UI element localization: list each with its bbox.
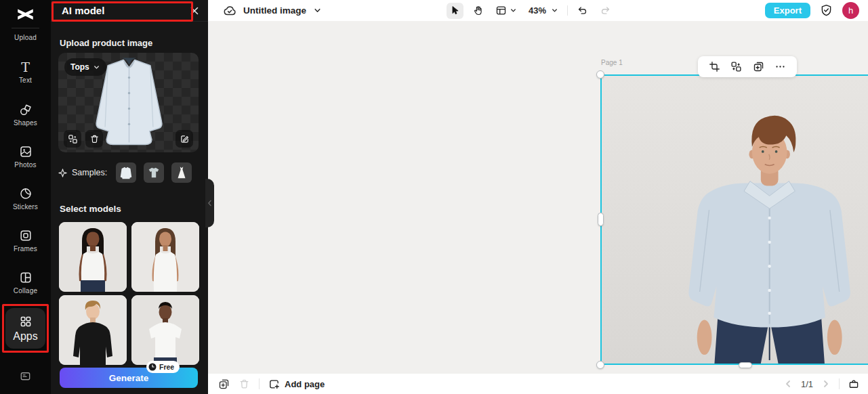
add-page-button[interactable]: Add page — [268, 378, 325, 390]
panel-header: AI model — [51, 0, 208, 22]
selection-handle-bottom-left[interactable] — [596, 361, 604, 369]
samples-label: Samples: — [72, 168, 107, 177]
export-button[interactable]: Export — [765, 3, 810, 18]
more-button[interactable] — [774, 61, 786, 72]
duplicate-page-button[interactable] — [218, 378, 230, 390]
model-option-3[interactable] — [59, 295, 127, 365]
cloud-saved-icon — [223, 4, 236, 18]
category-dropdown[interactable]: Tops — [64, 58, 106, 76]
widget-icon — [19, 370, 32, 382]
zoom-level-dropdown[interactable]: 43% — [526, 3, 561, 19]
collage-icon — [19, 271, 33, 284]
capcut-logo[interactable] — [15, 4, 36, 24]
shield-check-icon[interactable] — [819, 3, 833, 18]
next-page-button[interactable] — [821, 379, 831, 389]
text-icon: T — [21, 61, 30, 74]
product-image-box[interactable]: Tops — [58, 53, 199, 152]
apps-icon — [19, 315, 33, 328]
chevron-left-icon — [207, 200, 212, 206]
replace-button[interactable] — [730, 61, 742, 72]
redo-icon — [600, 5, 611, 16]
canvas-area[interactable]: Page 1 — [208, 21, 868, 374]
model-option-1[interactable] — [59, 222, 127, 292]
model-photo — [602, 76, 868, 364]
chevron-down-icon[interactable] — [313, 6, 322, 15]
selection-handle-top-left[interactable] — [596, 70, 604, 79]
chevron-left-icon — [783, 379, 793, 389]
sample-tshirt-thumb[interactable] — [144, 162, 164, 183]
select-tool-button[interactable] — [447, 3, 463, 19]
collapse-panel-tab[interactable] — [205, 179, 214, 227]
add-page-icon — [268, 378, 280, 390]
delete-product-button[interactable] — [85, 130, 103, 148]
frames-icon — [19, 229, 33, 242]
page-indicator: 1/1 — [801, 379, 813, 389]
bottom-divider — [839, 378, 840, 389]
duplicate-button[interactable] — [753, 61, 764, 72]
sidebar-item-apps[interactable]: Apps — [5, 308, 45, 349]
hand-icon — [472, 5, 484, 16]
left-rail: Upload T Text Shapes Photos — [0, 0, 51, 394]
sample-dress-thumb[interactable] — [171, 162, 192, 183]
cursor-icon — [449, 5, 461, 16]
close-panel-button[interactable] — [189, 5, 200, 16]
sidebar-item-collage[interactable]: Collage — [0, 271, 51, 294]
sidebar-item-text[interactable]: T Text — [0, 61, 51, 84]
top-toolbar: Untitled image — [208, 0, 868, 21]
models-grid — [59, 222, 199, 365]
sample-shirt-thumb[interactable] — [116, 162, 136, 183]
model-option-2[interactable] — [131, 222, 199, 292]
swap-icon — [68, 134, 78, 144]
duplicate-icon — [753, 61, 764, 72]
selected-image[interactable] — [600, 74, 868, 365]
bottom-bar: Add page 1/1 — [208, 374, 868, 394]
photos-icon — [19, 145, 33, 158]
free-badge: Free — [146, 361, 180, 373]
redo-button[interactable] — [597, 3, 614, 19]
chevron-down-icon — [551, 7, 558, 14]
bottom-divider — [259, 378, 260, 389]
duplicate-page-icon — [218, 378, 230, 390]
trash-icon — [89, 134, 100, 144]
select-models-title: Select models — [60, 204, 121, 214]
delete-page-button[interactable] — [239, 378, 250, 390]
page-label: Page 1 — [601, 59, 623, 66]
present-icon — [848, 378, 860, 390]
layout-icon — [495, 5, 507, 16]
sample-shirt-icon — [119, 165, 133, 180]
ai-model-panel: AI model Upload product image Tops — [51, 0, 208, 394]
document-title[interactable]: Untitled image — [243, 5, 306, 16]
zoom-level: 43% — [529, 5, 546, 16]
samples-row: Samples: — [58, 162, 201, 183]
model-option-4[interactable] — [131, 295, 199, 365]
undo-icon — [577, 5, 588, 16]
crop-button[interactable] — [709, 61, 720, 72]
selection-handle-left[interactable] — [598, 213, 604, 226]
swap-product-button[interactable] — [64, 130, 81, 148]
chevron-right-icon — [821, 379, 831, 389]
clock-icon — [148, 363, 157, 371]
close-icon — [189, 5, 200, 16]
layout-tool-button[interactable] — [493, 3, 520, 19]
sidebar-item-shapes[interactable]: Shapes — [0, 103, 51, 127]
present-button[interactable] — [848, 378, 860, 390]
edit-product-button[interactable] — [175, 130, 193, 148]
widget-button[interactable] — [0, 370, 51, 382]
toolbar-divider — [567, 5, 568, 16]
rail-divider — [12, 28, 39, 28]
prev-page-button[interactable] — [783, 379, 793, 389]
sidebar-item-photos[interactable]: Photos — [0, 145, 51, 169]
sample-tshirt-icon — [146, 165, 161, 180]
selection-handle-bottom[interactable] — [739, 362, 752, 368]
sidebar-item-frames[interactable]: Frames — [0, 229, 51, 253]
trash-icon — [239, 378, 250, 390]
undo-button[interactable] — [574, 3, 591, 19]
avatar[interactable]: h — [842, 2, 859, 19]
upload-section-title: Upload product image — [60, 38, 152, 48]
sidebar-item-upload[interactable]: Upload — [0, 34, 51, 41]
sidebar-item-stickers[interactable]: Stickers — [0, 187, 51, 211]
chevron-down-icon — [510, 7, 517, 14]
stickers-icon — [19, 187, 33, 200]
panel-title: AI model — [62, 5, 104, 16]
hand-tool-button[interactable] — [470, 3, 487, 19]
